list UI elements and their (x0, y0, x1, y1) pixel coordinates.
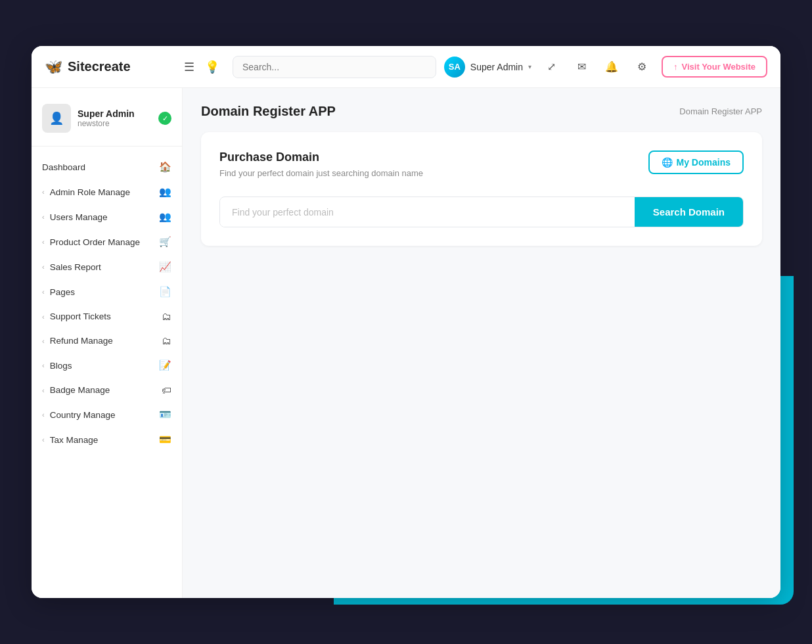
sidebar-label-tax: Tax Manage (50, 435, 99, 445)
sidebar-item-country[interactable]: ‹ Country Manage 🪪 (32, 402, 182, 427)
search-domain-button[interactable]: Search Domain (635, 197, 743, 227)
sidebar-item-product-order[interactable]: ‹ Product Order Manage 🛒 (32, 229, 182, 254)
sidebar-label-users: Users Manage (50, 212, 108, 222)
country-chevron-icon: ‹ (42, 411, 45, 419)
admin-role-chevron-icon: ‹ (42, 188, 45, 196)
search-input[interactable] (233, 56, 436, 78)
my-domains-button[interactable]: 🌐 My Domains (648, 150, 744, 174)
sidebar-label-blogs: Blogs (50, 361, 72, 371)
sidebar: 👤 Super Admin newstore ✓ Dashboard 🏠 (32, 88, 183, 598)
outer-wrapper: 🦋 Sitecreate ☰ 💡 SA Super Admin ▾ ⤢ (18, 39, 794, 605)
tax-chevron-icon: ‹ (42, 436, 45, 444)
domain-search-row: Search Domain (219, 196, 744, 227)
refund-folder-icon: 🗂 (162, 335, 171, 346)
sidebar-item-pages[interactable]: ‹ Pages 📄 (32, 279, 182, 304)
badge-chevron-icon: ‹ (42, 386, 45, 394)
content-area: Domain Register APP Domain Register APP … (183, 88, 780, 598)
search-bar-wrapper (233, 56, 436, 78)
sidebar-item-dashboard[interactable]: Dashboard 🏠 (32, 154, 182, 179)
users2-icon: 👥 (159, 211, 171, 223)
card-subtitle: Find your perfect domain just searching … (219, 168, 423, 178)
sidebar-label-sales-report: Sales Report (50, 262, 101, 272)
user-chevron-down-icon: ▾ (528, 63, 531, 70)
card-title-area: Purchase Domain Find your perfect domain… (219, 150, 423, 178)
tax-icon: 💳 (159, 434, 171, 446)
sidebar-label-country: Country Manage (50, 410, 116, 420)
settings-icon[interactable]: ⚙ (631, 57, 652, 78)
expand-icon[interactable]: ⤢ (541, 57, 562, 78)
pages-chevron-icon: ‹ (42, 288, 45, 296)
breadcrumb-row: Domain Register APP Domain Register APP (201, 104, 762, 119)
user-badge[interactable]: SA Super Admin ▾ (444, 57, 531, 78)
bulb-icon[interactable]: 💡 (205, 60, 219, 74)
page-title: Domain Register APP (201, 104, 336, 119)
breadcrumb: Domain Register APP (679, 106, 762, 116)
mail-icon[interactable]: ✉ (571, 57, 592, 78)
cart-icon: 🛒 (159, 236, 171, 248)
refund-chevron-icon: ‹ (42, 337, 45, 345)
chart-icon: 📈 (159, 261, 171, 273)
users-chevron-icon: ‹ (42, 213, 45, 221)
folder-icon: 🗂 (162, 311, 171, 322)
user-name-nav: Super Admin (470, 62, 523, 72)
visit-website-button[interactable]: ↑ Visit Your Website (662, 56, 767, 78)
sidebar-label-pages: Pages (50, 287, 75, 297)
sidebar-item-blogs[interactable]: ‹ Blogs 📝 (32, 353, 182, 378)
visit-website-icon: ↑ (673, 62, 678, 72)
country-icon: 🪪 (159, 409, 171, 421)
sidebar-item-admin-role[interactable]: ‹ Admin Role Manage 👥 (32, 179, 182, 204)
badge-icon: 🏷 (162, 384, 171, 396)
sidebar-user-name: Super Admin (78, 108, 152, 119)
globe-icon: 🌐 (662, 157, 673, 168)
sidebar-label-admin-role: Admin Role Manage (50, 187, 130, 197)
sidebar-label-badge: Badge Manage (50, 385, 110, 395)
content-card: Purchase Domain Find your perfect domain… (201, 132, 762, 246)
sidebar-item-users[interactable]: ‹ Users Manage 👥 (32, 204, 182, 229)
sidebar-item-badge[interactable]: ‹ Badge Manage 🏷 (32, 378, 182, 402)
main-layout: 👤 Super Admin newstore ✓ Dashboard 🏠 (32, 88, 780, 598)
product-order-chevron-icon: ‹ (42, 238, 45, 246)
verified-badge: ✓ (158, 112, 171, 125)
logo: 🦋 Sitecreate (45, 58, 176, 76)
sidebar-label-refund: Refund Manage (50, 336, 113, 346)
nav-left: ☰ 💡 (184, 60, 219, 74)
avatar: SA (444, 57, 465, 78)
sidebar-item-sales-report[interactable]: ‹ Sales Report 📈 (32, 254, 182, 279)
logo-text: Sitecreate (68, 59, 131, 74)
card-title: Purchase Domain (219, 150, 423, 164)
sidebar-user-store: newstore (78, 119, 152, 128)
support-chevron-icon: ‹ (42, 313, 45, 321)
sidebar-item-refund[interactable]: ‹ Refund Manage 🗂 (32, 329, 182, 353)
users-icon: 👥 (159, 186, 171, 198)
hamburger-icon[interactable]: ☰ (184, 60, 194, 74)
blog-icon: 📝 (159, 359, 171, 371)
house-icon: 🏠 (159, 161, 171, 173)
sidebar-label-dashboard: Dashboard (42, 162, 85, 172)
user-profile-area: 👤 Super Admin newstore ✓ (32, 99, 182, 147)
sidebar-label-product-order: Product Order Manage (50, 237, 140, 247)
user-info: Super Admin newstore (78, 108, 152, 128)
logo-icon: 🦋 (45, 58, 62, 76)
card-header: Purchase Domain Find your perfect domain… (219, 150, 744, 178)
sidebar-item-support-tickets[interactable]: ‹ Support Tickets 🗂 (32, 304, 182, 329)
app-container: 🦋 Sitecreate ☰ 💡 SA Super Admin ▾ ⤢ (32, 46, 780, 598)
sidebar-label-support: Support Tickets (50, 311, 111, 321)
page-icon: 📄 (159, 286, 171, 298)
sales-report-chevron-icon: ‹ (42, 263, 45, 271)
domain-search-input[interactable] (220, 198, 635, 227)
sidebar-avatar: 👤 (42, 104, 71, 133)
bell-icon[interactable]: 🔔 (601, 57, 622, 78)
sidebar-item-tax[interactable]: ‹ Tax Manage 💳 (32, 427, 182, 452)
nav-right: SA Super Admin ▾ ⤢ ✉ 🔔 ⚙ ↑ Visit Your We… (444, 56, 767, 78)
blogs-chevron-icon: ‹ (42, 361, 45, 369)
top-nav: 🦋 Sitecreate ☰ 💡 SA Super Admin ▾ ⤢ (32, 46, 780, 88)
